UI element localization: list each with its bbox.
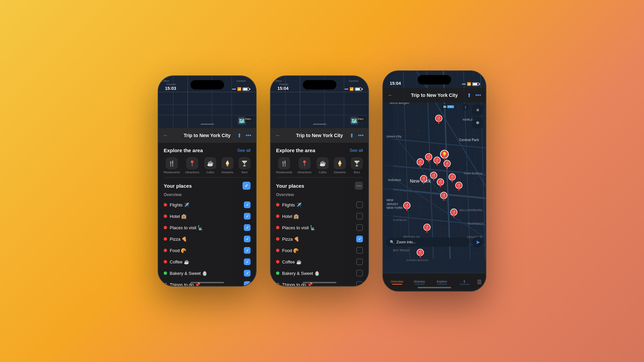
place-food-2[interactable]: Food 🥐 [276,245,363,256]
svg-text:🍴: 🍴 [436,116,441,121]
battery-icon-1 [243,87,249,91]
scroll-content-2: Explore the area See all 🍴 Restaurants 📍… [271,143,368,286]
cb-pizza-1[interactable] [244,236,251,242]
more-icon-1[interactable]: ••• [246,132,251,139]
share-icon-3[interactable]: ⬆ [467,92,471,99]
explore-header-2: Explore the area See all [276,147,363,153]
pin-14: 🍴 [450,208,458,219]
bars-label-1: Bars [241,171,248,174]
svg-text:🍴: 🍴 [421,176,426,181]
cb-food-1[interactable] [244,247,251,254]
category-restaurants-2[interactable]: 🍴 Restaurants [276,157,292,174]
location-btn[interactable]: ➤ [472,237,483,247]
tab-menu-icon[interactable]: ☰ [476,278,483,287]
name-flights-1: Flights ✈️ [170,202,189,207]
battery-icon-3 [472,82,479,86]
name-pizza-2: Pizza 🍕 [282,237,299,242]
map-layers-btn[interactable]: ≡ [472,105,483,115]
label-state-building: State Building [464,172,482,175]
cb-visit-1[interactable] [244,224,251,231]
more-icon-2[interactable]: ••• [358,132,364,139]
share-icon-2[interactable]: ⬆ [350,132,354,139]
dynamic-island-2 [303,80,336,89]
explore-title-2: Explore the area [276,147,315,153]
cb-visit-2[interactable] [356,224,363,231]
desserts-icon-1: 🍦 [221,157,233,169]
pin-6: 🍴 [443,160,451,171]
category-restaurants-1[interactable]: 🍴 Restaurants [164,157,180,174]
map-logo: 🗺️ PRO [442,105,455,109]
cb-coffee-1[interactable] [244,258,251,265]
see-all-2[interactable]: See all [350,148,363,153]
svg-text:🍴: 🍴 [425,225,429,230]
toggle-all-2[interactable]: — [355,182,363,190]
cb-bakery-2[interactable] [356,270,363,277]
category-desserts-1[interactable]: 🍦 Desserts [221,157,233,174]
category-cafes-2[interactable]: ☕ Cafes [317,157,329,174]
tab-explore[interactable]: Explore [431,280,453,285]
back-icon-3[interactable]: ← [388,92,393,98]
cb-todo-1[interactable] [244,281,251,286]
cb-flights-1[interactable] [244,201,251,208]
cb-hotel-2[interactable] [356,213,363,220]
share-icon-1[interactable]: ⬆ [237,132,241,139]
place-pizza-2[interactable]: Pizza 🍕 [276,233,363,245]
back-icon-1[interactable]: ← [163,132,168,138]
place-bakery-2[interactable]: Bakery & Sweet 🧁 [276,267,363,279]
overview-label-2: Overview [276,192,363,197]
info-btn[interactable]: i [462,104,469,111]
name-food-2: Food 🥐 [282,248,299,253]
label-nj: NEWJERSEYNEW YORK [386,198,403,210]
place-food-1[interactable]: Food 🥐 [164,245,251,256]
cb-hotel-1[interactable] [244,213,251,220]
category-bars-1[interactable]: 🍸 Bars [238,157,251,174]
toggle-all-1[interactable]: ✓ [243,182,251,190]
cb-bakery-1[interactable] [244,270,251,277]
attractions-label-1: Attractions [185,171,200,174]
zoom-bar[interactable]: 🔍 Zoom into... [386,238,470,247]
tab-overview[interactable]: Overview [386,280,408,285]
tab-dollar[interactable]: $ [453,280,476,285]
cb-food-2[interactable] [356,247,363,254]
back-icon-2[interactable]: ← [275,132,281,138]
map-zoom-btn[interactable]: ⊕ [472,117,483,128]
name-flights-2: Flights ✈️ [282,202,302,207]
battery-icon-2 [355,87,362,91]
place-pizza-1[interactable]: Pizza 🍕 [164,233,251,245]
svg-text:🍴: 🍴 [431,173,436,178]
more-icon-3[interactable]: ••• [475,92,481,99]
wifi-icon-3: 📶 [467,82,471,86]
zoom-text: Zoom into... [396,240,416,244]
place-flights-2[interactable]: Flights ✈️ [276,199,363,210]
nav-bar-1: ← Trip to New York City ⬆ ••• [158,128,256,143]
category-cafes-1[interactable]: ☕ Cafes [204,157,216,174]
place-hotel-1[interactable]: Hotel 🏨 [164,210,251,222]
svg-text:🍴: 🍴 [418,250,423,255]
phone-3: 15:04 ▪▪▪ 📶 ← Trip to New York City ⬆ ••… [382,70,486,292]
place-bakery-1[interactable]: Bakery & Sweet 🧁 [164,267,251,279]
label-bay-ridge: BAY RIDGE [393,249,409,252]
places-section-2: Your places — Overview Flights ✈️ Hotel … [271,178,368,286]
place-visit-2[interactable]: Places to visit 🗽 [276,222,363,233]
cb-flights-2[interactable] [356,201,363,208]
category-bars-2[interactable]: 🍸 Bars [351,157,363,174]
cb-coffee-2[interactable] [356,258,363,265]
tab-itinerary[interactable]: Itinerary [408,280,431,285]
svg-text:💡: 💡 [442,152,447,157]
place-coffee-2[interactable]: Coffee ☕ [276,256,363,267]
name-hotel-2: Hotel 🏨 [282,214,299,219]
category-attractions-1[interactable]: 📍 Attractions [185,157,200,174]
place-hotel-2[interactable]: Hotel 🏨 [276,210,363,222]
status-time-1: 15:03 [165,86,176,91]
place-visit-1[interactable]: Places to visit 🗽 [164,222,251,233]
see-all-1[interactable]: See all [237,148,251,153]
label-williamsburg: WILLIAMSBURG [459,208,482,212]
name-visit-2: Places to visit 🗽 [282,225,315,230]
place-flights-1[interactable]: Flights ✈️ [164,199,251,210]
category-attractions-2[interactable]: 📍 Attractions [298,157,312,174]
cb-pizza-2[interactable] [356,236,363,242]
place-coffee-1[interactable]: Coffee ☕ [164,256,251,267]
category-desserts-2[interactable]: 🍦 Desserts [334,157,346,174]
cb-todo-2[interactable] [356,281,363,286]
status-icons-2: ▪▪▪ 📶 [344,87,362,91]
